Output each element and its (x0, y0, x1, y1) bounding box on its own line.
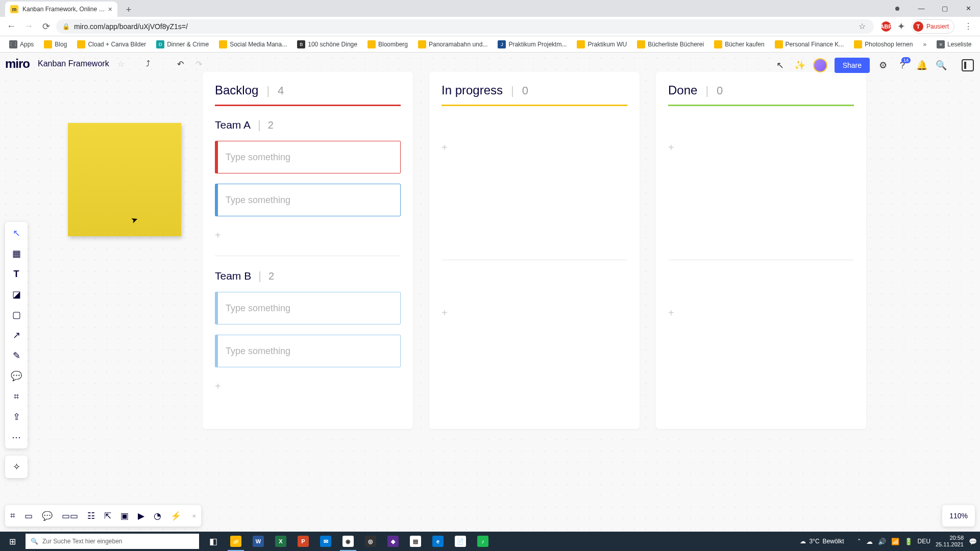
board-name[interactable]: Kanban Framework (38, 59, 109, 68)
team-title[interactable]: Team A (215, 119, 251, 131)
tray-overflow-icon[interactable]: ˄ (857, 538, 861, 545)
voting-icon[interactable]: ⚡ (170, 511, 181, 521)
miro-logo[interactable]: miro (5, 57, 30, 71)
weather-widget[interactable]: ☁ 3°C Bewölkt (800, 538, 844, 545)
battery-icon[interactable]: 🔋 (904, 538, 913, 545)
bookmark-item[interactable]: Blog (40, 38, 71, 51)
browser-menu-icon[interactable]: ⋮ (961, 21, 976, 31)
update-indicator-icon[interactable] (895, 7, 899, 11)
powerpoint-icon[interactable]: P (292, 532, 314, 551)
bookmark-item[interactable]: Cload + Canva Bilder (73, 38, 150, 51)
comment-tool-icon[interactable]: 💬 (9, 369, 23, 383)
export-icon[interactable]: ⇱ (104, 511, 111, 521)
bookmark-item[interactable]: Personal Finance K... (771, 38, 848, 51)
present-icon[interactable]: ▭ (24, 511, 33, 521)
cards-icon[interactable]: ▭▭ (62, 511, 78, 521)
onedrive-icon[interactable]: ☁ (866, 538, 873, 545)
column-title[interactable]: Backlog (215, 83, 258, 97)
bookmark-item[interactable]: Photoshop lernen (850, 38, 917, 51)
start-button[interactable]: ⊞ (0, 532, 24, 551)
bookmark-item[interactable]: DDinner & Crime (152, 38, 213, 51)
word-icon[interactable]: W (247, 532, 270, 551)
close-tab-icon[interactable]: × (108, 5, 112, 13)
profile-chip[interactable]: T Pausiert (912, 19, 954, 34)
wifi-icon[interactable]: 📶 (891, 538, 899, 545)
file-explorer-icon[interactable]: 📁 (225, 532, 247, 551)
bookmarks-overflow-icon[interactable]: » (919, 41, 930, 48)
timer-icon[interactable]: ◔ (154, 511, 161, 521)
zoom-indicator[interactable]: 110% (942, 505, 975, 527)
browser-tab[interactable]: m Kanban Framework, Online Whit × (5, 2, 117, 17)
add-card-button[interactable]: + (442, 304, 627, 324)
apps-button[interactable]: ✧ (5, 456, 28, 478)
bookmark-item[interactable]: Praktikum WU (573, 38, 631, 51)
activity-icon[interactable]: ☷ (87, 511, 95, 521)
bookmark-item[interactable]: Panoramabahn und... (414, 38, 492, 51)
pen-tool-icon[interactable]: ✎ (9, 348, 23, 363)
maximize-button[interactable]: ▢ (933, 0, 957, 17)
search-icon[interactable]: 🔍 (935, 60, 947, 71)
more-tools-icon[interactable]: ⋯ (9, 430, 23, 444)
bookmark-item[interactable]: B100 schöne Dinge (293, 38, 361, 51)
line-tool-icon[interactable]: ↗ (9, 328, 23, 342)
column-done[interactable]: Done | 0 + + (656, 72, 866, 429)
excel-icon[interactable]: X (270, 532, 292, 551)
obs-icon[interactable]: ◎ (359, 532, 382, 551)
miro-canvas[interactable]: miro Kanban Framework ☆ ⤴ ↶ ↷ ↖ ✨ Share … (0, 53, 980, 532)
kanban-card[interactable]: Type something (215, 184, 401, 216)
task-view-icon[interactable]: ◧ (202, 532, 225, 551)
upload-tool-icon[interactable]: ⇪ (9, 410, 23, 424)
bookmark-star-icon[interactable]: ☆ (859, 21, 866, 31)
mail-icon[interactable]: ✉ (314, 532, 337, 551)
minimize-button[interactable]: — (910, 0, 933, 17)
kanban-card[interactable]: Type something (215, 335, 401, 367)
frames-icon[interactable]: ⌗ (10, 511, 15, 521)
screen-share-icon[interactable]: ▣ (120, 511, 129, 521)
kanban-card[interactable]: Type something (215, 292, 401, 324)
add-card-button[interactable]: + (215, 227, 401, 246)
frame-tool-icon[interactable]: ⌗ (9, 389, 23, 404)
reactions-icon[interactable]: ✨ (794, 60, 806, 71)
bookmark-item[interactable]: Bücherliste Bücherei (633, 38, 708, 51)
collaborator-avatar[interactable] (813, 58, 827, 72)
share-button[interactable]: Share (835, 58, 870, 73)
sticky-note[interactable] (68, 123, 181, 236)
chrome-icon[interactable]: ◉ (337, 532, 359, 551)
notification-center-icon[interactable]: 💬 (969, 538, 977, 545)
bookmark-apps[interactable]: ⋮⋮Apps (5, 38, 38, 51)
column-backlog[interactable]: Backlog | 4 Team A | 2 Type something Ty… (203, 72, 413, 429)
column-in-progress[interactable]: In progress | 0 + + (429, 72, 640, 429)
taskbar-search[interactable]: 🔍 Zur Suche Text hier eingeben (26, 534, 199, 549)
language-indicator[interactable]: DEU (918, 538, 930, 545)
side-panel-icon[interactable] (962, 59, 974, 71)
bookmark-item[interactable]: JPraktikum Projektm... (494, 38, 571, 51)
team-title[interactable]: Team B (215, 270, 251, 282)
volume-icon[interactable]: 🔊 (878, 538, 886, 545)
video-icon[interactable]: ▶ (138, 511, 144, 521)
close-window-button[interactable]: ✕ (957, 0, 980, 17)
kanban-card[interactable]: Type something (215, 141, 401, 173)
collapse-icon[interactable]: « (192, 512, 196, 519)
bookmark-item[interactable]: Bloomberg (363, 38, 412, 51)
shape-tool-icon[interactable]: ▢ (9, 308, 23, 322)
star-board-icon[interactable]: ☆ (117, 59, 125, 69)
bookmark-item[interactable]: Social Media Mana... (215, 38, 291, 51)
select-tool-icon[interactable]: ↖ (9, 226, 23, 240)
bookmark-item[interactable]: Bücher kaufen (710, 38, 768, 51)
sticky-note-tool-icon[interactable]: ◪ (9, 287, 23, 302)
reading-list-button[interactable]: ≡Leseliste (933, 38, 975, 51)
help-icon[interactable]: ?14 (896, 60, 909, 71)
abp-extension-icon[interactable]: ABP (881, 21, 891, 32)
app-icon[interactable]: ▤ (404, 532, 427, 551)
export-icon[interactable]: ⤴ (143, 59, 153, 68)
clock[interactable]: 20:58 25.11.2021 (936, 535, 964, 548)
app-icon[interactable]: ◆ (382, 532, 404, 551)
cursor-tool-icon[interactable]: ↖ (774, 60, 787, 71)
templates-tool-icon[interactable]: ▦ (9, 246, 23, 261)
add-card-button[interactable]: + (668, 304, 854, 324)
column-title[interactable]: Done (668, 83, 697, 97)
address-bar[interactable]: 🔒 miro.com/app/board/uXjVOf8yZ1s=/ ☆ (56, 19, 874, 34)
edge-icon[interactable]: e (427, 532, 449, 551)
notifications-icon[interactable]: 🔔 (916, 60, 928, 71)
add-card-button[interactable]: + (668, 139, 854, 159)
